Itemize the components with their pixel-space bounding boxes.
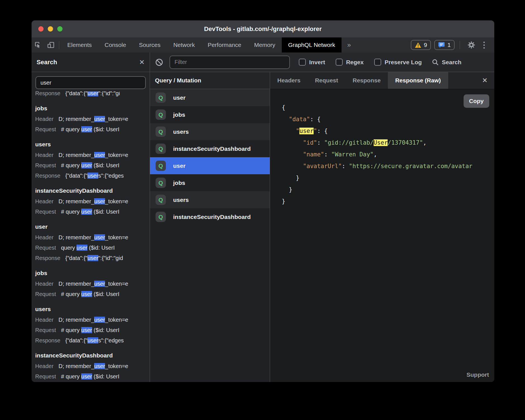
close-search-icon[interactable]: ✕ xyxy=(139,58,145,66)
value-text: ($id: UserI xyxy=(92,209,120,215)
search-results-list: Response{"data":{"user":{"id":"gijobsHea… xyxy=(32,91,150,382)
tab-network[interactable]: Network xyxy=(167,37,201,52)
panel-tabs: ElementsConsoleSourcesNetworkPerformance… xyxy=(61,37,342,52)
search-result-row[interactable]: Requestquery user ($id: UserI xyxy=(35,243,150,253)
tab-console[interactable]: Console xyxy=(98,37,133,52)
more-tabs-icon[interactable]: » xyxy=(342,37,356,52)
checkbox-preserve-log[interactable]: Preserve Log xyxy=(374,59,422,66)
checkbox-regex[interactable]: Regex xyxy=(336,59,364,66)
search-result-row[interactable]: Response{"data":{"users":{"edges xyxy=(35,171,150,181)
json-token: : xyxy=(342,163,349,170)
checkbox-label: Regex xyxy=(346,59,364,66)
tab-sources[interactable]: Sources xyxy=(133,37,167,52)
query-row-users[interactable]: Qusers xyxy=(150,123,270,140)
tab-performance[interactable]: Performance xyxy=(201,37,248,52)
result-field-label: Request xyxy=(35,209,56,215)
settings-gear-icon[interactable] xyxy=(465,41,478,49)
search-result-row[interactable]: Request# query user ($id: UserI xyxy=(35,124,150,135)
search-result-row[interactable]: Request# query user ($id: UserI xyxy=(35,371,150,382)
checkbox-invert[interactable]: Invert xyxy=(299,59,325,66)
json-token: } xyxy=(282,175,299,181)
search-result-row[interactable]: Request# query user ($id: UserI xyxy=(35,289,150,299)
network-search-control[interactable]: Search xyxy=(432,59,461,66)
search-result-row[interactable]: HeaderD; remember_user_token=e xyxy=(35,361,150,371)
search-result-row[interactable]: Request# query user ($id: UserI xyxy=(35,160,150,171)
query-row-user[interactable]: Quser xyxy=(150,89,270,106)
result-value: # query user ($id: UserI xyxy=(61,291,120,297)
json-token: " xyxy=(314,128,317,134)
response-tab-response[interactable]: Response xyxy=(345,72,388,89)
value-text: ($id: UserI xyxy=(87,245,115,251)
json-token: , xyxy=(423,139,427,146)
response-tab-response-raw[interactable]: Response (Raw) xyxy=(388,72,448,89)
query-row-jobs[interactable]: Qjobs xyxy=(150,106,270,123)
query-row-instancesecuritydashboard[interactable]: QinstanceSecurityDashboard xyxy=(150,208,270,225)
search-panel-header: Search ✕ xyxy=(32,52,150,72)
tab-memory[interactable]: Memory xyxy=(248,37,282,52)
json-line: } xyxy=(282,195,494,207)
search-result-row[interactable]: HeaderD; remember_user_token=e xyxy=(35,196,150,207)
search-result-row[interactable]: Request# query user ($id: UserI xyxy=(35,207,150,217)
result-field-label: Header xyxy=(35,363,54,369)
query-type-badge: Q xyxy=(156,127,166,137)
search-result-row[interactable]: Request# query user ($id: UserI xyxy=(35,325,150,335)
block-icon[interactable] xyxy=(155,58,163,66)
query-row-instancesecuritydashboard[interactable]: QinstanceSecurityDashboard xyxy=(150,140,270,157)
search-result-row[interactable]: HeaderD; remember_user_token=e xyxy=(35,150,150,160)
device-toolbar-icon[interactable] xyxy=(44,37,57,52)
copy-button[interactable]: Copy xyxy=(464,94,490,108)
json-token: } xyxy=(282,186,292,193)
tab-graphql-network[interactable]: GraphQL Network xyxy=(282,37,342,52)
json-token xyxy=(282,116,289,123)
query-row-label: jobs xyxy=(173,180,185,186)
support-link[interactable]: Support xyxy=(467,371,489,378)
query-row-label: users xyxy=(173,197,189,203)
value-text: _token=e xyxy=(105,152,128,158)
checkbox-box[interactable] xyxy=(374,59,381,66)
search-result-row[interactable]: HeaderD; remember_user_token=e xyxy=(35,315,150,325)
search-section-title-users: users xyxy=(35,139,150,150)
checkbox-box[interactable] xyxy=(336,59,343,66)
response-tab-headers[interactable]: Headers xyxy=(270,72,308,89)
value-text: {"data":{" xyxy=(65,91,87,96)
result-value: D; remember_user_token=e xyxy=(59,152,128,158)
match-highlight: user xyxy=(81,373,92,380)
value-text: ($id: UserI xyxy=(92,327,120,333)
json-raw-view: { "data": { "user": { "id": "gid://gitla… xyxy=(282,102,494,207)
json-token: "name" xyxy=(303,151,324,158)
search-result-row[interactable]: HeaderD; remember_user_token=e xyxy=(35,232,150,243)
query-row-users[interactable]: Qusers xyxy=(150,191,270,208)
search-result-row[interactable]: Response{"data":{"users":{"edges xyxy=(35,335,150,346)
search-result-row[interactable]: HeaderD; remember_user_token=e xyxy=(35,279,150,289)
kebab-menu-icon[interactable] xyxy=(481,40,487,50)
zoom-window-button[interactable] xyxy=(57,26,63,32)
inspect-element-icon[interactable] xyxy=(32,37,44,52)
query-row-jobs[interactable]: Qjobs xyxy=(150,174,270,191)
result-field-label: Request xyxy=(35,162,56,168)
filter-input[interactable] xyxy=(170,56,290,69)
minimize-window-button[interactable] xyxy=(48,26,53,32)
result-value: # query user ($id: UserI xyxy=(61,373,120,380)
response-tab-request[interactable]: Request xyxy=(308,72,345,89)
close-response-icon[interactable]: ✕ xyxy=(475,72,494,89)
response-content: Copy { "data": { "user": { "id": "gid://… xyxy=(270,89,494,382)
value-text: D; remember_ xyxy=(59,116,94,122)
search-result-row[interactable]: HeaderD; remember_user_token=e xyxy=(35,114,150,124)
search-result-row[interactable]: Response{"data":{"user":{"id":"gi xyxy=(35,91,150,99)
match-highlight: user xyxy=(81,162,92,168)
issues-badge[interactable]: 1 xyxy=(434,40,455,50)
value-text: ($id: UserI xyxy=(92,291,120,297)
result-value: {"data":{"users":{"edges xyxy=(65,173,124,179)
query-row-label: jobs xyxy=(173,111,185,118)
search-icon xyxy=(432,59,439,66)
query-row-user[interactable]: Quser xyxy=(150,157,270,174)
close-window-button[interactable] xyxy=(38,26,44,32)
search-input[interactable] xyxy=(35,76,146,89)
search-result-row[interactable]: Response{"data":{"user":{"id":"gid xyxy=(35,253,150,263)
result-value: D; remember_user_token=e xyxy=(59,363,128,369)
checkbox-box[interactable] xyxy=(299,59,306,66)
value-text: # query xyxy=(61,209,81,215)
warnings-badge[interactable]: 9 xyxy=(411,40,431,50)
result-field-label: Response xyxy=(35,91,60,96)
tab-elements[interactable]: Elements xyxy=(61,37,98,52)
